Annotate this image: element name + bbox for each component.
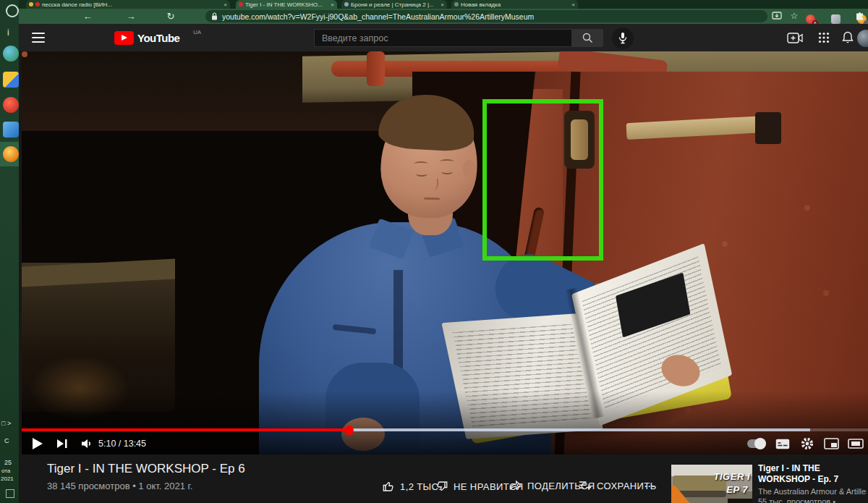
play-icon [33,438,43,449]
recommended-title[interactable]: Tiger I - IN THE WORKSHOP - Ep. 7 [758,463,867,485]
save-playlist-icon [579,480,592,491]
save-page-icon[interactable] [772,12,782,21]
bookmark-star-icon[interactable]: ☆ [787,9,801,24]
active-app-highlight[interactable] [0,142,19,166]
tab3-favicon-icon [344,2,349,7]
theater-icon [848,439,864,449]
app-icon-1[interactable] [3,46,19,62]
browser-tab-strip: песска dance radio [ВИН... × Tiger I - I… [19,0,868,9]
more-icon: ⋯ [644,480,655,493]
browser-tab-2-active[interactable]: Tiger I - IN THE WORKSHO... × [236,0,337,9]
extensions-puzzle-icon[interactable] [855,12,864,21]
gear-icon [801,437,814,450]
tab1-favicon-yellow-icon [29,2,33,7]
video-frame-bolts [22,51,27,57]
seek-bar-played [22,428,349,431]
search-input[interactable] [314,29,571,47]
annotation-box [482,99,603,261]
play-button[interactable] [27,434,48,454]
reload-button[interactable]: ↻ [163,9,178,24]
youtube-header: YouTube UA [19,24,868,51]
thumb-up-icon [382,480,395,493]
recommended-thumbnail[interactable]: TIGER I EP 7 [671,465,752,503]
thumbnail-subtitle-text: EP 7 [726,484,748,495]
mechanic-eye [416,172,427,177]
recommended-views: 55 тыс. просмотров • [758,497,867,503]
forward-button[interactable]: → [124,9,138,24]
recommended-channel[interactable]: The Australian Armour & Artillery M... [758,487,867,496]
tab-title: Броня и реале | Страница 2 |... [351,1,438,8]
address-bar[interactable]: youtube.com/watch?v=W2Fyyi-j90Q&ab_chann… [205,10,767,22]
clock-day: ота [1,468,10,474]
autoplay-toggle-icon [747,439,766,448]
seek-scrubber[interactable] [344,426,354,435]
search-icon [582,33,593,43]
next-icon [56,438,68,449]
menu-hamburger-icon[interactable] [32,33,45,43]
extension-red-icon[interactable]: 6 [806,14,815,24]
mechanic-ear [463,160,475,179]
app-icon-4[interactable] [3,122,19,138]
extension-gray-icon[interactable] [831,14,841,24]
autoplay-toggle[interactable] [745,434,768,454]
search-button[interactable] [571,29,603,47]
tab-title: Новая вкладка [461,1,569,8]
miniplayer-button[interactable] [820,434,842,454]
windows-taskbar: i □ > C 25 ота 2021 [0,0,19,503]
tab-close-icon[interactable]: × [441,1,444,8]
tab-close-icon[interactable]: × [571,1,575,8]
microphone-icon [618,33,627,44]
active-app-icon [3,146,19,162]
tab-close-icon[interactable]: × [224,1,227,8]
screen: i □ > C 25 ота 2021 песска dance radio [… [0,0,868,503]
volume-icon [81,438,93,449]
thumb-down-icon [435,480,448,493]
subtitles-button[interactable] [773,434,793,454]
video-player[interactable]: 5:10 / 13:45 [22,51,868,455]
tray-glyph: C [4,437,9,444]
mechanic-eyebrow [440,159,454,164]
app-icon-3[interactable] [3,97,19,113]
notifications-bell-icon[interactable] [842,31,854,44]
subtitles-icon [775,439,790,449]
time-display: 5:10 / 13:45 [98,434,171,454]
app-icon-2[interactable] [3,72,19,88]
thumbnail-dark-corner [728,499,752,503]
like-button[interactable]: 1,2 ТЫС. [382,480,441,493]
browser-tab-3[interactable]: Броня и реале | Страница 2 |... × [341,0,447,9]
tray-window-icon[interactable]: □ > [1,420,11,427]
clock-year: 2021 [1,475,14,482]
video-stats: 38 145 просмотров • 1 окт. 2021 г. [47,481,192,491]
volume-button[interactable] [77,434,97,454]
thumbnail-orange-banner [671,486,705,503]
youtube-logo-icon[interactable] [114,31,134,45]
tab-close-icon[interactable]: × [331,1,334,8]
voice-search-button[interactable] [612,28,634,49]
more-actions-button[interactable]: ⋯ [644,480,655,493]
share-arrow-icon [509,480,522,491]
show-desktop-button[interactable] [6,489,14,498]
apps-grid-icon[interactable] [818,32,830,43]
browser-toolbar: ← → ↻ youtube.com/watch?v=W2Fyyi-j90Q&ab… [19,9,868,24]
theater-mode-button[interactable] [845,434,867,454]
thumbnail-title-text: TIGER I [714,471,750,482]
youtube-logo-text[interactable]: YouTube [137,32,179,44]
search-circle-icon[interactable] [6,4,19,17]
video-title: Tiger I - IN THE WORKSHOP - Ep 6 [47,462,245,476]
miniplayer-icon [824,438,839,449]
back-button[interactable]: ← [80,9,95,24]
browser-tab-1[interactable]: песска dance radio [ВИН... × [26,0,230,9]
next-button[interactable] [52,434,72,454]
create-video-icon[interactable] [787,33,803,43]
tab-title: песска dance radio [ВИН... [42,1,221,8]
settings-button[interactable] [797,434,817,454]
tab2-favicon-youtube-icon [239,2,243,7]
tab1-favicon-red-icon [35,2,40,7]
seek-bar[interactable] [22,428,868,431]
url-text: youtube.com/watch?v=W2Fyyi-j90Q&ab_chann… [222,12,534,21]
lock-icon [211,12,218,20]
tab-title: Tiger I - IN THE WORKSHO... [245,1,328,8]
browser-tab-4[interactable]: Новая вкладка × [451,0,578,9]
pinned-app-icon[interactable]: i [7,28,9,38]
tab4-favicon-globe-icon [454,2,459,7]
